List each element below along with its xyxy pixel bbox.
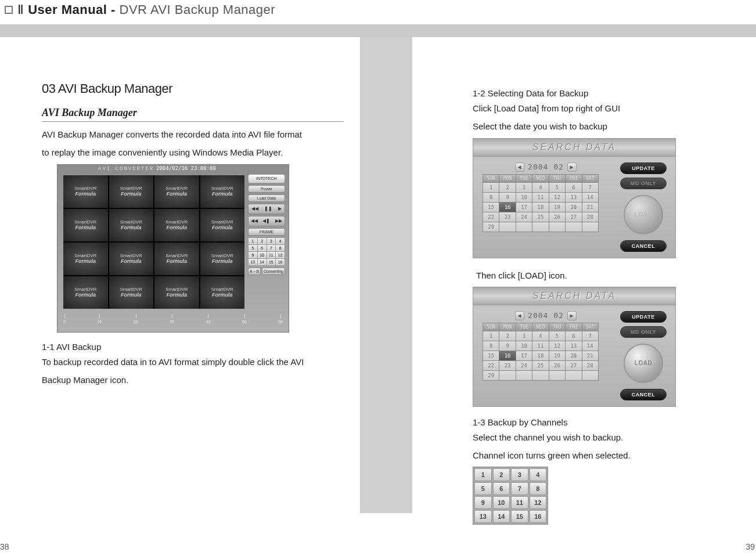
calendar-day[interactable]: 11 [532, 193, 548, 202]
avi-video-cell[interactable]: SmartDVRFormula [200, 243, 245, 275]
calendar-day[interactable]: 10 [516, 193, 532, 202]
step-controls[interactable]: ◀◀ ◀❚ ▶▶ [248, 216, 285, 226]
ab-button[interactable]: A→B [248, 268, 261, 275]
avi-channel-num[interactable]: 5 [249, 245, 257, 251]
calendar-day[interactable]: 21 [582, 351, 598, 360]
channel-button[interactable]: 16 [530, 510, 547, 523]
avi-channel-num[interactable]: 7 [267, 245, 276, 251]
avi-video-cell[interactable]: SmartDVRFormula [200, 276, 245, 309]
avi-video-cell[interactable]: SmartDVRFormula [63, 276, 108, 309]
calendar-day[interactable]: 29 [483, 222, 499, 232]
calendar-day[interactable]: 10 [516, 341, 532, 351]
calendar-day[interactable]: 13 [566, 341, 581, 351]
calendar-day[interactable]: 18 [532, 203, 548, 212]
calendar-day[interactable]: 5 [549, 183, 565, 192]
avi-channel-num[interactable]: 6 [258, 245, 267, 251]
avi-channel-num[interactable]: 3 [267, 238, 276, 244]
calendar-day[interactable]: 25 [532, 212, 548, 222]
calendar-day[interactable]: 2 [499, 183, 515, 192]
rewind-icon[interactable]: ◀◀ [251, 206, 258, 211]
update-button-b[interactable]: UPDATE [620, 311, 667, 323]
next-month-button[interactable]: ▶ [567, 163, 577, 172]
avi-timeline-ruler[interactable]: 0102030405059 [63, 313, 283, 328]
avi-video-cell[interactable]: SmartDVRFormula [109, 209, 154, 241]
calendar-day[interactable]: 17 [516, 351, 532, 360]
avi-video-cell[interactable]: SmartDVRFormula [154, 175, 199, 208]
pause-icon[interactable]: ❚❚ [264, 206, 272, 211]
avi-channel-num[interactable]: 14 [258, 259, 267, 265]
calendar-day[interactable]: 27 [566, 212, 581, 222]
channel-button[interactable]: 12 [530, 496, 547, 509]
avi-channel-num[interactable]: 11 [267, 252, 276, 258]
calendar-day[interactable]: 14 [582, 193, 598, 202]
calendar-day[interactable]: 11 [532, 341, 548, 351]
channel-button[interactable]: 10 [493, 496, 510, 509]
avi-video-cell[interactable]: SmartDVRFormula [109, 243, 154, 275]
calendar-day[interactable]: 22 [483, 212, 499, 222]
prev-month-button-b[interactable]: ◀ [515, 311, 524, 320]
avi-channel-num[interactable]: 4 [276, 238, 285, 244]
channel-button[interactable]: 1 [474, 468, 492, 481]
channel-button[interactable]: 8 [530, 482, 547, 495]
cancel-button[interactable]: CANCEL [620, 240, 667, 252]
channel-button[interactable]: 4 [530, 468, 547, 481]
calendar-day[interactable]: 4 [532, 331, 548, 341]
avi-video-cell[interactable]: SmartDVRFormula [154, 209, 199, 241]
avi-video-cell[interactable]: SmartDVRFormula [109, 175, 154, 208]
avi-video-cell[interactable]: SmartDVRFormula [154, 276, 199, 309]
prev-icon[interactable]: ◀◀ [251, 218, 258, 223]
calendar-day[interactable]: 8 [483, 193, 499, 202]
channel-button[interactable]: 13 [474, 510, 492, 523]
calendar-day[interactable]: 12 [549, 341, 565, 351]
update-button[interactable]: UPDATE [620, 163, 667, 174]
calendar-day[interactable]: 27 [566, 361, 581, 370]
calendar-day[interactable]: 22 [483, 361, 499, 370]
load-data-button[interactable]: Load Data [248, 194, 285, 202]
calendar-day[interactable]: 28 [582, 361, 598, 370]
frame-prev-icon[interactable]: ◀❚ [262, 218, 270, 223]
prev-month-button[interactable]: ◀ [515, 163, 524, 172]
calendar-day[interactable]: 12 [549, 193, 565, 202]
calendar-day[interactable]: 23 [499, 212, 515, 222]
avi-video-cell[interactable]: SmartDVRFormula [109, 276, 154, 309]
frame-button[interactable]: FRAME [248, 228, 285, 236]
md-only-button[interactable]: MD ONLY [620, 178, 667, 189]
calendar-day[interactable]: 19 [549, 351, 565, 360]
playback-controls[interactable]: ◀◀ ❚❚ ▶ [248, 204, 285, 214]
avi-channel-num[interactable]: 9 [249, 252, 257, 258]
next-month-button-b[interactable]: ▶ [567, 311, 577, 320]
channel-button[interactable]: 7 [511, 482, 528, 495]
calendar-day[interactable]: 1 [483, 331, 499, 341]
calendar-day[interactable]: 19 [549, 203, 565, 212]
calendar-day[interactable]: 20 [566, 203, 581, 212]
avi-video-cell[interactable]: SmartDVRFormula [154, 243, 199, 275]
calendar-day[interactable]: 4 [532, 183, 548, 192]
channel-select-grid[interactable]: 12345678910111213141516 [473, 467, 548, 525]
avi-channel-num[interactable]: 16 [276, 259, 285, 265]
calendar-day[interactable]: 15 [483, 351, 499, 360]
calendar-day[interactable]: 17 [516, 203, 532, 212]
channel-button[interactable]: 5 [474, 482, 492, 495]
calendar-day[interactable]: 2 [499, 331, 515, 341]
calendar-day[interactable]: 24 [516, 361, 532, 370]
calendar-day[interactable]: 16 [499, 351, 515, 360]
avi-video-cell[interactable]: SmartDVRFormula [63, 175, 108, 208]
calendar-day[interactable]: 7 [582, 183, 598, 192]
calendar-day[interactable]: 6 [566, 331, 581, 341]
calendar-day[interactable]: 26 [549, 212, 565, 222]
calendar-day[interactable]: 24 [516, 212, 532, 222]
channel-button[interactable]: 3 [511, 468, 528, 481]
calendar-day[interactable]: 6 [566, 183, 581, 192]
channel-button[interactable]: 14 [493, 510, 510, 523]
load-button[interactable]: LOAD [624, 344, 663, 383]
avi-video-cell[interactable]: SmartDVRFormula [63, 209, 108, 241]
calendar-day[interactable]: 7 [582, 331, 598, 341]
calendar-day[interactable]: 13 [566, 193, 581, 202]
next-icon[interactable]: ▶▶ [275, 218, 282, 223]
avi-channel-grid[interactable]: 12345678910111213141516 [248, 237, 285, 266]
avi-channel-num[interactable]: 2 [258, 238, 267, 244]
avi-channel-num[interactable]: 13 [249, 259, 257, 265]
calendar-day[interactable]: 14 [582, 341, 598, 351]
calendar-day[interactable]: 8 [483, 341, 499, 351]
calendar-day[interactable]: 25 [532, 361, 548, 370]
